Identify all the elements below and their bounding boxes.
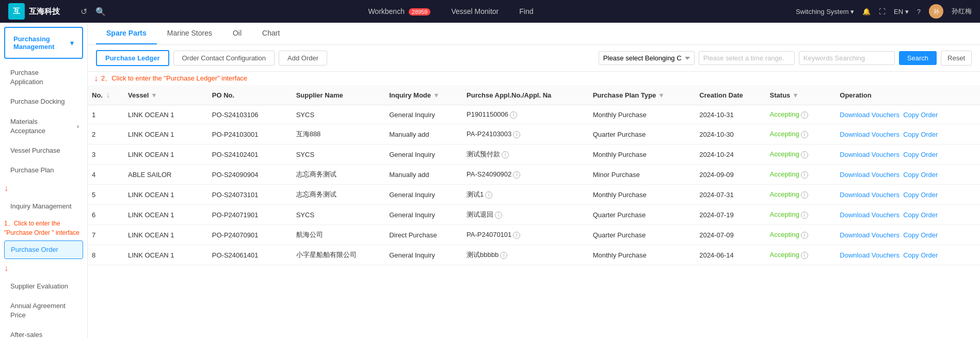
download-vouchers-link[interactable]: Download Vouchers <box>840 171 899 179</box>
belonging-select[interactable]: Please select Belonging C <box>599 51 695 65</box>
language-btn[interactable]: EN ▾ <box>894 8 909 15</box>
table-row: 1 LINK OCEAN 1 PO-S24103106 SYCS General… <box>88 105 980 124</box>
status-info-icon[interactable]: i <box>801 131 808 138</box>
appl-info-icon[interactable]: i <box>513 131 520 138</box>
download-vouchers-link[interactable]: Download Vouchers <box>840 251 899 259</box>
status-info-icon[interactable]: i <box>801 191 808 199</box>
sidebar-item-vessel-purchase[interactable]: Vessel Purchase <box>0 141 87 160</box>
time-range-input[interactable] <box>699 51 795 65</box>
back-icon[interactable]: ↺ <box>81 7 87 17</box>
sidebar-item-purchase-application[interactable]: PurchaseApplication <box>0 63 87 92</box>
find-nav[interactable]: Find <box>519 7 533 15</box>
cell-po: PO-S24073101 <box>208 185 292 205</box>
copy-order-link[interactable]: Copy Order <box>903 251 938 259</box>
download-vouchers-link[interactable]: Download Vouchers <box>840 211 899 219</box>
status-info-icon[interactable]: i <box>801 111 808 119</box>
sidebar-item-materials-acceptance[interactable]: MaterialsAcceptance › <box>0 112 87 141</box>
cell-status: Acceptingi <box>766 144 836 165</box>
appl-info-icon[interactable]: i <box>495 212 502 219</box>
sidebar-item-purchase-order[interactable]: Purchase Order <box>4 240 83 259</box>
copy-order-link[interactable]: Copy Order <box>903 151 938 158</box>
avatar[interactable]: 孙 <box>929 4 943 19</box>
cell-plantype: Quarter Purchase <box>589 205 696 225</box>
appl-info-icon[interactable]: i <box>500 252 507 259</box>
table-row: 4 ABLE SAILOR PO-S24090904 志忘商务测试 Manual… <box>88 165 980 185</box>
cell-vessel: LINK OCEAN 1 <box>124 185 208 205</box>
cell-no: 1 <box>88 105 124 124</box>
status-info-icon[interactable]: i <box>801 151 808 158</box>
tab-spare-parts[interactable]: Spare Parts <box>96 23 157 44</box>
copy-order-link[interactable]: Copy Order <box>903 191 938 199</box>
tab-marine-stores[interactable]: Marine Stores <box>157 23 222 44</box>
col-header-no: No. ↓ <box>88 85 124 105</box>
sidebar-item-aftersales-feedback[interactable]: After-salesFeedback <box>0 325 87 338</box>
cell-po: PO-P24103001 <box>208 124 292 144</box>
copy-order-link[interactable]: Copy Order <box>903 111 938 119</box>
table-header-row: No. ↓ Vessel ▾ PO No. Supplier Name Inqu… <box>88 85 980 105</box>
sidebar-group-purchasing: PurchasingManagement ▾ PurchaseApplicati… <box>0 27 87 338</box>
cell-status: Acceptingi <box>766 165 836 185</box>
col-header-plantype[interactable]: Purchase Plan Type ▾ <box>589 85 696 105</box>
appl-info-icon[interactable]: i <box>510 111 517 119</box>
cell-po: PO-S24103106 <box>208 105 292 124</box>
search-btn[interactable]: Search <box>899 51 937 65</box>
sidebar-item-inquiry-management[interactable]: Inquiry Management <box>0 197 87 216</box>
cell-no: 4 <box>88 165 124 185</box>
cell-po: PO-S24090904 <box>208 165 292 185</box>
top-nav: 互 互海科技 ↺ 🔍 Workbench 28959 Vessel Monito… <box>0 0 980 23</box>
sidebar-item-purchase-docking[interactable]: Purchase Docking <box>0 92 87 111</box>
cell-plantype: Quarter Purchase <box>589 225 696 245</box>
order-contact-btn[interactable]: Order Contact Configuration <box>173 51 275 66</box>
table-body: 1 LINK OCEAN 1 PO-S24103106 SYCS General… <box>88 105 980 265</box>
workbench-nav[interactable]: Workbench 28959 <box>368 7 430 15</box>
purchase-ledger-btn[interactable]: Purchase Ledger <box>96 50 169 66</box>
download-vouchers-link[interactable]: Download Vouchers <box>840 111 899 119</box>
logo-area: 互 互海科技 <box>8 3 70 20</box>
tab-chart[interactable]: Chart <box>252 23 290 44</box>
logo-icon: 互 <box>8 3 25 20</box>
cell-plantype: Monthly Purchase <box>589 245 696 265</box>
sidebar-group-header[interactable]: PurchasingManagement ▾ <box>4 27 83 59</box>
status-info-icon[interactable]: i <box>801 232 808 239</box>
table-row: 8 LINK OCEAN 1 PO-S24061401 小字星船舶有限公司 Ge… <box>88 245 980 265</box>
copy-order-link[interactable]: Copy Order <box>903 171 938 179</box>
appl-info-icon[interactable]: i <box>513 171 520 179</box>
col-header-status[interactable]: Status ▾ <box>766 85 836 105</box>
appl-info-icon[interactable]: i <box>513 232 520 239</box>
download-vouchers-link[interactable]: Download Vouchers <box>840 151 899 158</box>
copy-order-link[interactable]: Copy Order <box>903 131 938 138</box>
download-vouchers-link[interactable]: Download Vouchers <box>840 191 899 199</box>
switching-system-btn[interactable]: Switching System ▾ <box>796 8 854 15</box>
cell-date: 2024-07-19 <box>695 205 765 225</box>
download-vouchers-link[interactable]: Download Vouchers <box>840 131 899 138</box>
toolbar-right: Please select Belonging C Search Reset <box>599 51 972 66</box>
annotation-box-2: ↓ 2、Click to enter the "Purchase Ledger"… <box>88 72 980 85</box>
keywords-input[interactable] <box>799 51 895 65</box>
tab-oil[interactable]: Oil <box>222 23 252 44</box>
reset-btn[interactable]: Reset <box>941 51 972 66</box>
status-info-icon[interactable]: i <box>801 212 808 219</box>
col-header-vessel[interactable]: Vessel ▾ <box>124 85 208 105</box>
search-icon[interactable]: 🔍 <box>95 7 106 17</box>
add-order-btn[interactable]: Add Order <box>279 51 327 66</box>
sidebar-item-annual-agreement-price[interactable]: Annual AgreementPrice <box>0 296 87 325</box>
appl-info-icon[interactable]: i <box>502 151 509 158</box>
sidebar: PurchasingManagement ▾ PurchaseApplicati… <box>0 23 88 338</box>
notification-icon[interactable]: 🔔 <box>862 8 871 15</box>
cell-inquiry: General Inquiry <box>385 185 462 205</box>
vessel-monitor-nav[interactable]: Vessel Monitor <box>451 7 499 15</box>
sidebar-item-purchase-plan[interactable]: Purchase Plan <box>0 160 87 180</box>
sidebar-item-supplier-evaluation[interactable]: Supplier Evaluation <box>0 277 87 296</box>
col-header-inquiry[interactable]: Inquiry Mode ▾ <box>385 85 462 105</box>
status-info-icon[interactable]: i <box>801 171 808 179</box>
download-vouchers-link[interactable]: Download Vouchers <box>840 231 899 239</box>
copy-order-link[interactable]: Copy Order <box>903 231 938 239</box>
copy-order-link[interactable]: Copy Order <box>903 211 938 219</box>
status-info-icon[interactable]: i <box>801 252 808 259</box>
help-icon[interactable]: ? <box>917 8 921 15</box>
cell-inquiry: General Inquiry <box>385 105 462 124</box>
fullscreen-icon[interactable]: ⛶ <box>879 8 886 15</box>
cell-operation: Download Vouchers Copy Order <box>836 245 980 265</box>
appl-info-icon[interactable]: i <box>485 191 492 199</box>
cell-status: Acceptingi <box>766 245 836 265</box>
